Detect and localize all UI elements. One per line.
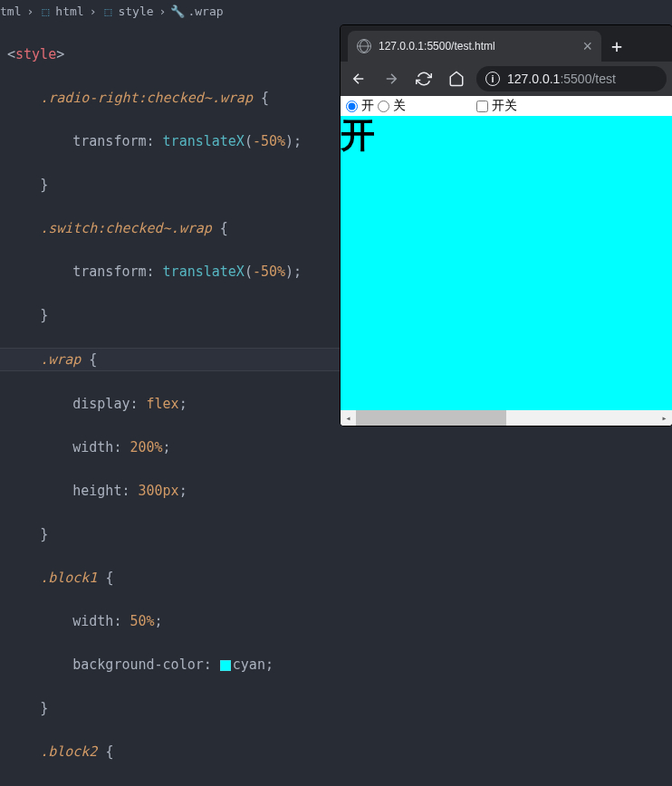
brackets-icon: ⬚	[101, 5, 114, 17]
close-icon[interactable]: ×	[582, 37, 592, 56]
horizontal-scrollbar[interactable]: ◂ ▸	[341, 410, 672, 426]
browser-window: 127.0.0.1:5500/test.html × + i 127.0.0.1…	[341, 25, 672, 426]
chevron-right-icon: ›	[90, 5, 97, 18]
checkbox-label: 开关	[492, 98, 517, 114]
chevron-right-icon: ›	[159, 5, 167, 18]
breadcrumb-item[interactable]: ⬚ html	[39, 5, 83, 18]
breadcrumb-item[interactable]: 🔧 .wrap	[171, 5, 223, 18]
checkbox-switch[interactable]	[476, 101, 488, 112]
brackets-icon: ⬚	[39, 5, 52, 17]
info-icon[interactable]: i	[485, 72, 500, 86]
breadcrumb: tml › ⬚ html › ⬚ style › 🔧 .wrap	[0, 0, 672, 22]
block1-heading: 开	[341, 118, 672, 152]
nav-bar: i 127.0.0.1:5500/test	[341, 62, 672, 96]
tab-title: 127.0.0.1:5500/test.html	[379, 40, 575, 53]
new-tab-button[interactable]: +	[601, 31, 632, 62]
radio-label: 关	[393, 98, 406, 114]
radio-off[interactable]	[378, 101, 389, 112]
back-button[interactable]	[346, 66, 371, 91]
block1-preview: 开	[341, 116, 672, 410]
url-text: 127.0.0.1:5500/test	[507, 72, 616, 86]
url-bar[interactable]: i 127.0.0.1:5500/test	[476, 66, 667, 91]
page-content: 开 关 开关 开 ◂ ▸	[341, 96, 672, 426]
tab-strip: 127.0.0.1:5500/test.html × +	[341, 25, 672, 62]
breadcrumb-item[interactable]: ⬚ style	[101, 5, 153, 18]
scroll-right-button[interactable]: ▸	[657, 410, 672, 426]
radio-on[interactable]	[346, 101, 358, 112]
globe-icon	[357, 39, 371, 53]
home-button[interactable]	[444, 66, 469, 91]
chevron-right-icon: ›	[26, 5, 34, 18]
scroll-track[interactable]	[356, 410, 657, 426]
browser-tab[interactable]: 127.0.0.1:5500/test.html ×	[348, 31, 601, 62]
scroll-thumb[interactable]	[356, 410, 506, 426]
reload-button[interactable]	[411, 66, 437, 91]
forward-button[interactable]	[379, 66, 404, 91]
color-swatch	[220, 660, 231, 671]
scroll-left-button[interactable]: ◂	[341, 410, 356, 426]
controls-row: 开 关 开关	[341, 96, 672, 116]
breadcrumb-item[interactable]: tml	[0, 5, 21, 18]
radio-label: 开	[361, 98, 374, 114]
wrench-icon: 🔧	[171, 5, 184, 17]
